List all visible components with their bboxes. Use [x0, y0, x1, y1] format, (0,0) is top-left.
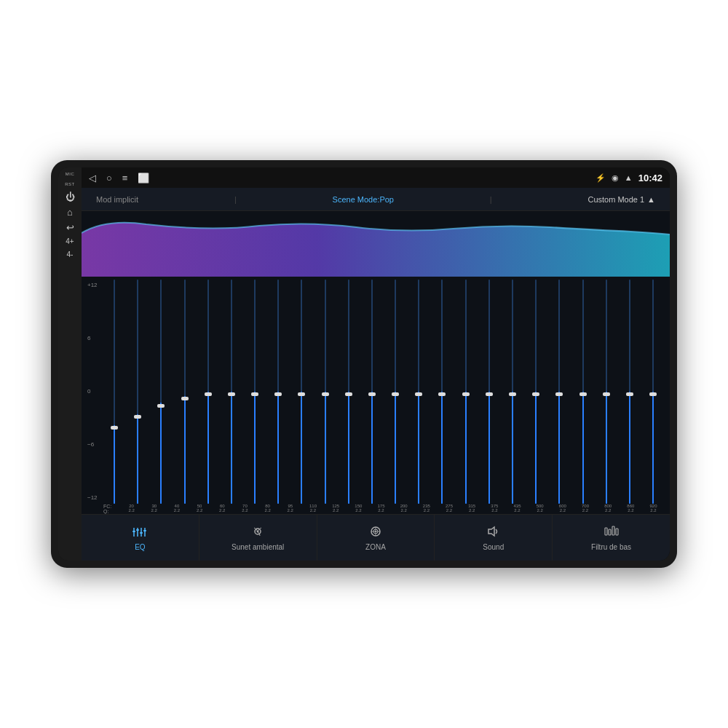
slider-handle-315[interactable]: [462, 392, 470, 396]
tab-sound-label: Sound: [483, 543, 504, 551]
mode-custom[interactable]: Custom Mode 1 ▲: [587, 195, 655, 204]
freq-label-435: 4352.2: [507, 504, 528, 514]
mode-default[interactable]: Mod implicit: [96, 195, 138, 204]
freq-label-95: 952.2: [280, 504, 301, 514]
slider-handle-200[interactable]: [392, 392, 399, 396]
slider-col-600: [548, 280, 570, 504]
device: MIC RST ⏻ ⌂ ↩ 4+ 4- ◁ ○ ≡ ⬜ ⚡ ◉ ▲: [51, 160, 677, 568]
slider-track-235[interactable]: [418, 280, 419, 504]
freq-label-110: 1102.2: [302, 504, 323, 514]
back-icon[interactable]: ↩: [66, 223, 74, 232]
slider-track-920[interactable]: [652, 280, 654, 504]
slider-col-40: [150, 280, 172, 504]
slider-handle-150[interactable]: [345, 392, 352, 396]
vol-down-icon[interactable]: 4-: [67, 251, 74, 258]
menu-nav-icon[interactable]: ≡: [122, 173, 128, 183]
scale-6: 6: [87, 336, 98, 341]
slider-track-860[interactable]: [629, 280, 630, 504]
slider-col-315: [455, 280, 477, 504]
slider-track-80[interactable]: [254, 280, 256, 504]
slider-col-500: [525, 280, 547, 504]
slider-handle-175[interactable]: [368, 392, 376, 396]
scale-plus12: +12: [87, 282, 98, 288]
slider-handle-800[interactable]: [603, 392, 610, 396]
slider-handle-95[interactable]: [274, 392, 282, 396]
slider-handle-500[interactable]: [532, 392, 539, 396]
slider-track-175[interactable]: [371, 280, 373, 504]
tab-ambient[interactable]: Sunet ambiental: [199, 515, 317, 561]
sliders-row: [87, 280, 664, 504]
slider-col-920: [642, 280, 664, 504]
slider-track-150[interactable]: [348, 280, 349, 504]
slider-track-500[interactable]: [535, 280, 537, 504]
slider-track-435[interactable]: [512, 280, 513, 504]
slider-track-50[interactable]: [184, 280, 186, 504]
slider-col-860: [619, 280, 641, 504]
freq-label-700: 7002.2: [574, 504, 596, 514]
mode-scene[interactable]: Scene Mode:Pop: [333, 195, 394, 204]
slider-handle-70[interactable]: [228, 392, 235, 396]
eq-scale: +12 6 0 −6 −12: [87, 280, 664, 504]
bass-tab-icon: [604, 525, 620, 540]
clock: 10:42: [638, 173, 662, 183]
rst-label: RST: [65, 182, 75, 186]
slider-track-275[interactable]: [441, 280, 443, 504]
slider-track-70[interactable]: [231, 280, 232, 504]
slider-track-200[interactable]: [395, 280, 396, 504]
slider-handle-700[interactable]: [579, 392, 587, 396]
slider-handle-80[interactable]: [251, 392, 258, 396]
slider-handle-920[interactable]: [649, 392, 657, 396]
bottom-nav: EQ Sunet ambiental: [82, 514, 670, 561]
slider-handle-110[interactable]: [298, 392, 305, 396]
slider-track-40[interactable]: [160, 280, 162, 504]
slider-col-125: [314, 280, 336, 504]
tab-eq[interactable]: EQ: [82, 515, 199, 561]
tab-zona[interactable]: ZONA: [317, 515, 435, 561]
slider-track-60[interactable]: [207, 280, 209, 504]
slider-track-30[interactable]: [137, 280, 138, 504]
slider-col-30: [127, 280, 149, 504]
slider-handle-20[interactable]: [111, 426, 118, 430]
slider-col-80: [244, 280, 266, 504]
power-icon[interactable]: ⏻: [66, 192, 75, 202]
sidebar: MIC RST ⏻ ⌂ ↩ 4+ 4-: [58, 167, 82, 561]
slider-handle-860[interactable]: [626, 392, 633, 396]
slider-handle-600[interactable]: [555, 392, 563, 396]
vol-up-icon[interactable]: 4+: [66, 238, 74, 245]
tab-sound[interactable]: Sound: [435, 515, 553, 561]
slider-track-125[interactable]: [325, 280, 326, 504]
wifi-icon: ▲: [625, 173, 633, 182]
freq-label-600: 6002.2: [552, 504, 573, 514]
slider-track-20[interactable]: [114, 280, 115, 504]
slider-handle-30[interactable]: [134, 415, 141, 419]
back-nav-icon[interactable]: ◁: [89, 173, 96, 183]
slider-track-95[interactable]: [277, 280, 279, 504]
svg-rect-16: [605, 528, 607, 535]
slider-handle-50[interactable]: [181, 397, 189, 400]
freq-label-80: 802.2: [257, 504, 278, 514]
slider-col-235: [408, 280, 430, 504]
status-bar: ◁ ○ ≡ ⬜ ⚡ ◉ ▲ 10:42: [82, 167, 670, 188]
slider-track-700[interactable]: [582, 280, 584, 504]
slider-handle-60[interactable]: [205, 392, 212, 396]
zona-tab-icon: [368, 525, 384, 540]
slider-col-175: [361, 280, 383, 504]
slider-track-315[interactable]: [465, 280, 467, 504]
slider-handle-235[interactable]: [415, 392, 422, 396]
svg-rect-7: [143, 530, 146, 531]
slider-handle-125[interactable]: [322, 392, 329, 396]
slider-track-600[interactable]: [558, 280, 560, 504]
slider-track-110[interactable]: [301, 280, 302, 504]
tab-bass[interactable]: Filtru de bas: [553, 515, 670, 561]
home-nav-icon[interactable]: ○: [106, 173, 112, 183]
slider-track-800[interactable]: [606, 280, 607, 504]
slider-handle-275[interactable]: [438, 392, 446, 396]
slider-handle-435[interactable]: [509, 392, 516, 396]
slider-handle-375[interactable]: [486, 392, 493, 396]
freq-label-60: 602.2: [212, 504, 233, 514]
tab-zona-label: ZONA: [365, 543, 386, 551]
slider-handle-40[interactable]: [157, 404, 165, 408]
recent-nav-icon[interactable]: ⬜: [138, 173, 149, 183]
home-icon[interactable]: ⌂: [67, 207, 73, 217]
slider-track-375[interactable]: [488, 280, 490, 504]
